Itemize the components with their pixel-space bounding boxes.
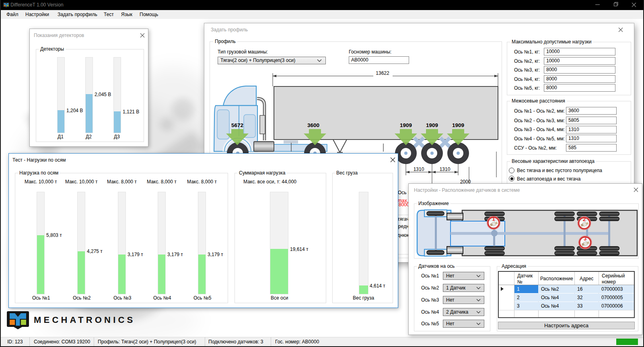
svg-text:1310: 1310 — [440, 166, 451, 172]
svg-text:1909: 1909 — [400, 122, 412, 128]
svg-text:5672: 5672 — [231, 122, 243, 128]
svg-text:1909: 1909 — [426, 122, 438, 128]
svg-text:3600: 3600 — [307, 122, 319, 128]
svg-text:3: 3 — [584, 236, 586, 242]
svg-text:1909: 1909 — [452, 122, 464, 128]
svg-text:13622: 13622 — [376, 70, 389, 76]
svg-text:1310: 1310 — [414, 166, 424, 172]
svg-text:2: 2 — [583, 216, 586, 222]
svg-text:1: 1 — [492, 216, 495, 222]
